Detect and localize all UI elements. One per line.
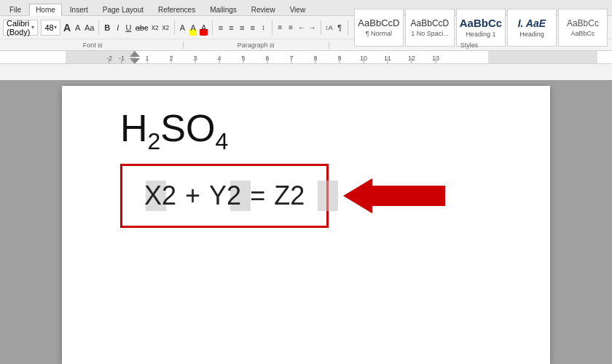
numbering-button[interactable]: ≡	[276, 20, 284, 36]
page: H2SO4 X2 + Y2 = Z2	[62, 86, 550, 364]
equation-inner: X2 + Y2 = Z2	[144, 181, 305, 211]
eq-z2: Z2	[274, 181, 305, 211]
style-more-label: AaBbCc	[570, 30, 595, 37]
equation-container: X2 + Y2 = Z2	[120, 164, 492, 228]
equation-text: X2 + Y2 = Z2	[144, 181, 305, 211]
tab-review[interactable]: Review	[245, 4, 282, 15]
font-selector[interactable]: Calibri (Body) ▾	[3, 20, 38, 36]
align-left-button[interactable]: ≡	[217, 20, 225, 36]
line-spacing-button[interactable]: ↕	[259, 20, 267, 36]
style-normal-label: ¶ Normal	[366, 30, 392, 37]
align-right-button[interactable]: ≡	[238, 20, 246, 36]
style-heading-label: Heading	[519, 31, 544, 38]
arrow-body	[372, 186, 445, 206]
highlight-button[interactable]: A	[189, 20, 197, 36]
font-size-dropdown-icon: ▾	[54, 24, 57, 31]
placeholder-bar-3	[318, 181, 338, 211]
underline-button[interactable]: U	[125, 20, 133, 36]
align-center-button[interactable]: ≡	[227, 20, 235, 36]
tab-insert[interactable]: Insert	[63, 4, 95, 15]
font-dropdown-icon: ▾	[31, 24, 34, 31]
eq-equals: =	[250, 181, 265, 211]
style-nospace-preview: AaBbCcD	[411, 18, 450, 28]
document-area: H2SO4 X2 + Y2 = Z2	[0, 80, 612, 364]
style-normal-preview: AaBbCcD	[358, 17, 399, 28]
font-size-selector[interactable]: 48 ▾	[41, 20, 60, 36]
tab-home[interactable]: Home	[29, 4, 62, 16]
font-section-label: Font ⊟	[3, 41, 184, 49]
left-margin	[0, 86, 62, 364]
font-name-label: Calibri (Body)	[7, 19, 30, 36]
show-hide-button[interactable]: ¶	[336, 20, 344, 36]
superscript-button[interactable]: x2	[162, 20, 170, 36]
tab-references[interactable]: References	[152, 4, 202, 15]
font-size-label: 48	[44, 23, 53, 32]
right-margin	[550, 86, 612, 364]
ruler-svg: -2 -1 1 2 3 4 5 6 7 8	[66, 51, 597, 64]
style-more-preview: AaBbCc	[567, 18, 599, 28]
style-heading-preview: I. AaE	[518, 17, 546, 29]
sort-button[interactable]: ↕A	[325, 20, 333, 36]
tab-page-layout[interactable]: Page Layout	[96, 4, 150, 15]
italic-button[interactable]: I	[114, 20, 122, 36]
style-h1-label: Heading 1	[466, 31, 495, 38]
arrow-head	[343, 178, 372, 213]
equation-box: X2 + Y2 = Z2	[120, 164, 329, 228]
font-color-button[interactable]: A	[200, 20, 208, 36]
ruler-inner: -2 -1 1 2 3 4 5 6 7 8	[3, 51, 609, 63]
justify-button[interactable]: ≡	[248, 20, 256, 36]
subscript-button[interactable]: x2	[151, 20, 159, 36]
arrow	[343, 178, 445, 213]
tab-view[interactable]: View	[283, 4, 313, 15]
style-nospace-label: 1 No Spaci...	[411, 30, 449, 37]
eq-plus: +	[185, 181, 200, 211]
tab-mailings[interactable]: Mailings	[203, 4, 243, 15]
clear-format-button[interactable]: Aa	[85, 20, 94, 36]
arrow-container	[343, 178, 445, 213]
eq-y2: Y2	[209, 181, 241, 211]
font-shrink-button[interactable]: A	[74, 20, 82, 36]
paragraph-section-label: Paragraph ⊟	[184, 41, 329, 49]
bullets-button[interactable]: ≡	[287, 20, 295, 36]
tab-file[interactable]: File	[3, 4, 28, 15]
strikethrough-button[interactable]: abc	[136, 20, 149, 36]
bold-button[interactable]: B	[103, 20, 111, 36]
font-grow-button[interactable]: A	[63, 20, 71, 36]
svg-rect-2	[488, 51, 597, 64]
styles-section-label: Styles	[329, 41, 609, 49]
ribbon: File Home Insert Page Layout References …	[0, 0, 612, 80]
eq-x2: X2	[144, 181, 176, 211]
indent-decrease-button[interactable]: ←	[297, 20, 305, 36]
ribbon-row1: Calibri (Body) ▾ 48 ▾ A A Aa B I U abc x…	[0, 16, 612, 39]
section-labels-row: Font ⊟ Paragraph ⊟ Styles	[0, 39, 612, 51]
style-h1-preview: AaBbCc	[460, 17, 502, 29]
ruler: -2 -1 1 2 3 4 5 6 7 8	[0, 51, 612, 64]
text-effect-button[interactable]: A	[178, 20, 187, 36]
chemical-formula: H2SO4	[120, 108, 492, 149]
indent-increase-button[interactable]: →	[308, 20, 316, 36]
